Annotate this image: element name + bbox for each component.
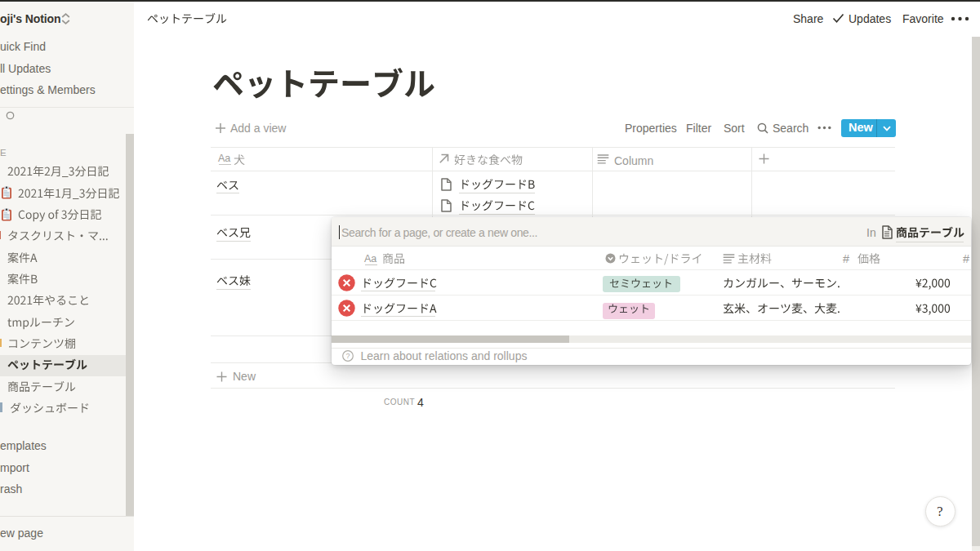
svg-text:?: ?: [345, 352, 350, 360]
